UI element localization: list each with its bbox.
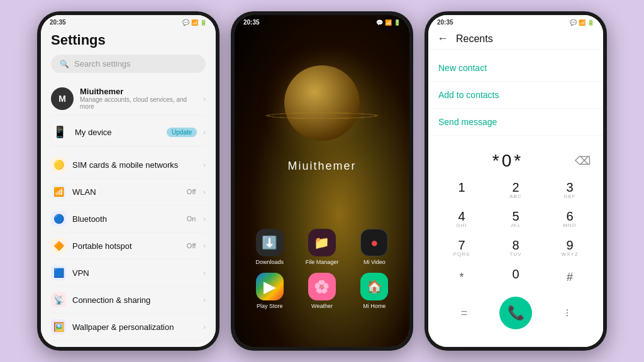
app-downloads[interactable]: ⬇️ Downloads — [247, 229, 292, 265]
numpad-key-0[interactable]: 0 — [489, 263, 543, 292]
settings-item-vpn[interactable]: 🟦 VPN › — [51, 260, 206, 287]
search-bar[interactable]: 🔍 Search settings — [51, 55, 206, 73]
signal-icon: 📶 — [579, 19, 586, 26]
equals-icon: = — [461, 307, 468, 320]
numpad-key-7[interactable]: 7 PQRS — [435, 234, 489, 263]
numpad-key-6[interactable]: 6 MNO — [543, 205, 597, 234]
numpad-5-sub: JKL — [511, 222, 521, 229]
back-button[interactable]: ← — [437, 32, 448, 45]
signal-icon: 📶 — [191, 19, 198, 26]
settings-item-wlan[interactable]: 📶 WLAN Off › — [51, 178, 206, 206]
more-options-button[interactable]: ⁝ — [556, 302, 579, 324]
weather-label: Weather — [311, 303, 333, 309]
recents-item-send-message[interactable]: Send message — [428, 109, 603, 136]
add-to-call-button[interactable]: = — [453, 302, 475, 324]
downloads-icon: ⬇️ — [256, 229, 284, 256]
settings-item-connection[interactable]: 📡 Connection & sharing › — [51, 287, 206, 314]
numpad-3-main: 3 — [566, 181, 573, 194]
dialer-title: Recents — [456, 33, 493, 45]
send-message-link[interactable]: Send message — [438, 117, 497, 127]
dialer-actions: = 📞 ⁝ — [428, 292, 603, 334]
recents-list: New contact Add to contacts Send message — [428, 50, 603, 141]
chevron-icon: › — [203, 161, 206, 168]
display-icon: 📱 — [51, 346, 66, 347]
numpad-2-sub: ABC — [509, 194, 521, 200]
recents-item-add-contact[interactable]: Add to contacts — [428, 82, 603, 109]
device-label: My device — [75, 128, 160, 137]
settings-section: 🟡 SIM cards & mobile networks › 📶 WLAN O… — [51, 151, 206, 347]
home-app-label: Miuithemer — [235, 160, 409, 173]
settings-item-display[interactable]: 📱 Always-on display & Lock › — [51, 341, 206, 347]
numpad-6-main: 6 — [566, 210, 573, 222]
planet-ring — [265, 112, 379, 119]
numpad-key-hash[interactable]: # — [543, 263, 597, 292]
playstore-icon: ▶ — [256, 273, 284, 300]
numpad: 1 2 ABC 3 DEF 4 GHI 5 JKL — [428, 176, 603, 292]
numpad-key-star[interactable]: * — [435, 263, 489, 292]
dialer-header: ← Recents — [428, 28, 603, 50]
app-mihome[interactable]: 🏠 Mi Home — [352, 273, 397, 309]
more-icon: ⁝ — [565, 306, 569, 320]
mihome-icon: 🏠 — [360, 273, 388, 300]
sim-icon: 🟡 — [51, 157, 66, 172]
chevron-icon: › — [203, 296, 206, 304]
device-row[interactable]: 📱 My device Update › — [51, 118, 206, 146]
app-filemanager[interactable]: 📁 File Manager — [299, 229, 344, 265]
call-button[interactable]: 📞 — [499, 297, 532, 329]
numpad-9-main: 9 — [566, 239, 573, 251]
numpad-key-5[interactable]: 5 JKL — [489, 205, 543, 234]
app-weather[interactable]: 🌸 Weather — [299, 273, 344, 309]
hotspot-value: Off — [187, 242, 196, 250]
dialer-number: *0* — [441, 151, 575, 171]
add-contacts-link[interactable]: Add to contacts — [438, 90, 499, 100]
sim-label: SIM cards & mobile networks — [72, 160, 197, 170]
settings-item-sim[interactable]: 🟡 SIM cards & mobile networks › — [51, 151, 206, 178]
battery-icon: 🔋 — [587, 19, 594, 26]
wlan-icon: 📶 — [51, 184, 66, 199]
playstore-label: Play Store — [257, 303, 283, 309]
downloads-label: Downloads — [255, 259, 284, 265]
vpn-icon: 🟦 — [51, 265, 66, 280]
status-bar-dialer: 20:35 💬 📶 🔋 — [428, 15, 603, 28]
settings-item-hotspot[interactable]: 🔶 Portable hotspot Off › — [51, 233, 206, 260]
filemanager-label: File Manager — [306, 259, 339, 265]
update-badge[interactable]: Update — [167, 128, 197, 137]
avatar: M — [51, 87, 74, 110]
account-name: Miuithemer — [80, 87, 197, 96]
settings-title: Settings — [51, 32, 206, 48]
numpad-6-sub: MNO — [563, 222, 577, 229]
recents-item-new-contact[interactable]: New contact — [428, 55, 603, 82]
bluetooth-label: Bluetooth — [72, 214, 180, 224]
device-icon: 📱 — [51, 123, 69, 141]
chevron-icon: › — [203, 215, 206, 222]
connection-label: Connection & sharing — [72, 295, 197, 305]
account-row[interactable]: M Miuithemer Manage accounts, cloud serv… — [51, 82, 206, 116]
delete-icon[interactable]: ⌫ — [575, 154, 591, 168]
battery-icon: 🔋 — [394, 19, 401, 26]
bluetooth-value: On — [187, 215, 196, 222]
settings-item-bluetooth[interactable]: 🔵 Bluetooth On › — [51, 206, 206, 233]
numpad-key-3[interactable]: 3 DEF — [543, 176, 597, 205]
account-subtitle: Manage accounts, cloud services, and mor… — [80, 96, 197, 110]
numpad-key-4[interactable]: 4 GHI — [435, 205, 489, 234]
app-mivideo[interactable]: ● Mi Video — [352, 229, 397, 265]
numpad-1-main: 1 — [458, 181, 465, 194]
chevron-icon: › — [203, 188, 206, 195]
new-contact-link[interactable]: New contact — [438, 63, 487, 73]
numpad-key-8[interactable]: 8 TUV — [489, 234, 543, 263]
numpad-4-main: 4 — [458, 210, 465, 222]
chevron-icon: › — [203, 95, 206, 102]
numpad-key-9[interactable]: 9 WXYZ — [543, 234, 597, 263]
settings-item-wallpaper[interactable]: 🖼️ Wallpaper & personalization › — [51, 314, 206, 341]
numpad-0-main: 0 — [512, 268, 519, 280]
app-grid: ⬇️ Downloads 📁 File Manager ● Mi Video ▶… — [235, 229, 409, 309]
weather-icon: 🌸 — [308, 273, 336, 300]
mihome-label: Mi Home — [363, 303, 386, 309]
status-icons-settings: 💬 📶 🔋 — [182, 19, 207, 26]
app-playstore[interactable]: ▶ Play Store — [247, 273, 292, 309]
dialer-display: *0* ⌫ — [428, 141, 603, 176]
hotspot-label: Portable hotspot — [72, 241, 180, 251]
msg-icon: 💬 — [376, 19, 383, 26]
numpad-key-1[interactable]: 1 — [435, 176, 489, 205]
numpad-key-2[interactable]: 2 ABC — [489, 176, 543, 205]
